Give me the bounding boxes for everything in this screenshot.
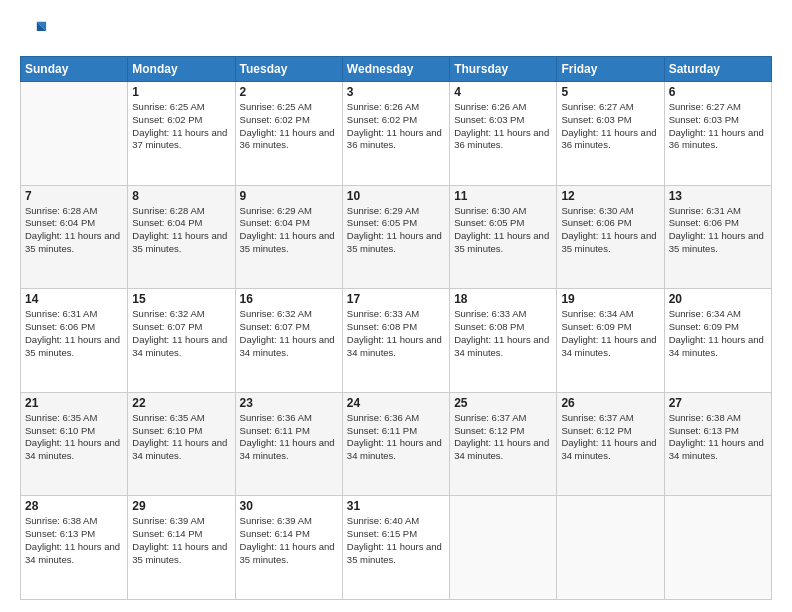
day-number: 4 [454,85,552,99]
calendar-table: SundayMondayTuesdayWednesdayThursdayFrid… [20,56,772,600]
day-info: Sunrise: 6:36 AM Sunset: 6:11 PM Dayligh… [347,412,445,463]
calendar-cell: 6Sunrise: 6:27 AM Sunset: 6:03 PM Daylig… [664,82,771,186]
week-row-3: 14Sunrise: 6:31 AM Sunset: 6:06 PM Dayli… [21,289,772,393]
day-info: Sunrise: 6:29 AM Sunset: 6:05 PM Dayligh… [347,205,445,256]
calendar-cell: 13Sunrise: 6:31 AM Sunset: 6:06 PM Dayli… [664,185,771,289]
calendar-cell: 31Sunrise: 6:40 AM Sunset: 6:15 PM Dayli… [342,496,449,600]
day-number: 14 [25,292,123,306]
day-number: 21 [25,396,123,410]
day-info: Sunrise: 6:40 AM Sunset: 6:15 PM Dayligh… [347,515,445,566]
day-number: 3 [347,85,445,99]
day-info: Sunrise: 6:28 AM Sunset: 6:04 PM Dayligh… [25,205,123,256]
day-info: Sunrise: 6:38 AM Sunset: 6:13 PM Dayligh… [669,412,767,463]
calendar-cell: 29Sunrise: 6:39 AM Sunset: 6:14 PM Dayli… [128,496,235,600]
day-number: 28 [25,499,123,513]
day-number: 31 [347,499,445,513]
calendar-cell: 7Sunrise: 6:28 AM Sunset: 6:04 PM Daylig… [21,185,128,289]
day-number: 26 [561,396,659,410]
day-number: 17 [347,292,445,306]
day-info: Sunrise: 6:30 AM Sunset: 6:05 PM Dayligh… [454,205,552,256]
day-number: 2 [240,85,338,99]
week-row-2: 7Sunrise: 6:28 AM Sunset: 6:04 PM Daylig… [21,185,772,289]
calendar-cell: 21Sunrise: 6:35 AM Sunset: 6:10 PM Dayli… [21,392,128,496]
day-number: 9 [240,189,338,203]
day-info: Sunrise: 6:33 AM Sunset: 6:08 PM Dayligh… [347,308,445,359]
day-info: Sunrise: 6:36 AM Sunset: 6:11 PM Dayligh… [240,412,338,463]
calendar-cell: 18Sunrise: 6:33 AM Sunset: 6:08 PM Dayli… [450,289,557,393]
day-info: Sunrise: 6:35 AM Sunset: 6:10 PM Dayligh… [25,412,123,463]
day-info: Sunrise: 6:39 AM Sunset: 6:14 PM Dayligh… [240,515,338,566]
weekday-header-friday: Friday [557,57,664,82]
header [20,18,772,46]
calendar-cell: 27Sunrise: 6:38 AM Sunset: 6:13 PM Dayli… [664,392,771,496]
day-number: 23 [240,396,338,410]
day-info: Sunrise: 6:31 AM Sunset: 6:06 PM Dayligh… [25,308,123,359]
calendar-cell: 23Sunrise: 6:36 AM Sunset: 6:11 PM Dayli… [235,392,342,496]
calendar-cell: 30Sunrise: 6:39 AM Sunset: 6:14 PM Dayli… [235,496,342,600]
day-info: Sunrise: 6:34 AM Sunset: 6:09 PM Dayligh… [669,308,767,359]
weekday-header-tuesday: Tuesday [235,57,342,82]
calendar-cell: 8Sunrise: 6:28 AM Sunset: 6:04 PM Daylig… [128,185,235,289]
day-number: 20 [669,292,767,306]
day-number: 22 [132,396,230,410]
day-number: 1 [132,85,230,99]
day-info: Sunrise: 6:32 AM Sunset: 6:07 PM Dayligh… [132,308,230,359]
calendar-cell: 20Sunrise: 6:34 AM Sunset: 6:09 PM Dayli… [664,289,771,393]
day-number: 19 [561,292,659,306]
day-number: 5 [561,85,659,99]
calendar-cell: 14Sunrise: 6:31 AM Sunset: 6:06 PM Dayli… [21,289,128,393]
day-number: 12 [561,189,659,203]
day-info: Sunrise: 6:27 AM Sunset: 6:03 PM Dayligh… [561,101,659,152]
day-number: 10 [347,189,445,203]
day-info: Sunrise: 6:26 AM Sunset: 6:03 PM Dayligh… [454,101,552,152]
day-info: Sunrise: 6:30 AM Sunset: 6:06 PM Dayligh… [561,205,659,256]
calendar-cell: 11Sunrise: 6:30 AM Sunset: 6:05 PM Dayli… [450,185,557,289]
day-number: 18 [454,292,552,306]
weekday-header-row: SundayMondayTuesdayWednesdayThursdayFrid… [21,57,772,82]
calendar-cell: 24Sunrise: 6:36 AM Sunset: 6:11 PM Dayli… [342,392,449,496]
day-info: Sunrise: 6:26 AM Sunset: 6:02 PM Dayligh… [347,101,445,152]
day-info: Sunrise: 6:38 AM Sunset: 6:13 PM Dayligh… [25,515,123,566]
weekday-header-monday: Monday [128,57,235,82]
day-info: Sunrise: 6:29 AM Sunset: 6:04 PM Dayligh… [240,205,338,256]
weekday-header-sunday: Sunday [21,57,128,82]
calendar-cell [21,82,128,186]
day-info: Sunrise: 6:31 AM Sunset: 6:06 PM Dayligh… [669,205,767,256]
calendar-cell: 19Sunrise: 6:34 AM Sunset: 6:09 PM Dayli… [557,289,664,393]
page: SundayMondayTuesdayWednesdayThursdayFrid… [0,0,792,612]
logo [20,18,52,46]
calendar-cell: 10Sunrise: 6:29 AM Sunset: 6:05 PM Dayli… [342,185,449,289]
calendar-cell: 17Sunrise: 6:33 AM Sunset: 6:08 PM Dayli… [342,289,449,393]
calendar-cell: 12Sunrise: 6:30 AM Sunset: 6:06 PM Dayli… [557,185,664,289]
calendar-cell: 16Sunrise: 6:32 AM Sunset: 6:07 PM Dayli… [235,289,342,393]
day-number: 15 [132,292,230,306]
day-info: Sunrise: 6:37 AM Sunset: 6:12 PM Dayligh… [561,412,659,463]
week-row-4: 21Sunrise: 6:35 AM Sunset: 6:10 PM Dayli… [21,392,772,496]
calendar-cell: 5Sunrise: 6:27 AM Sunset: 6:03 PM Daylig… [557,82,664,186]
calendar-cell [450,496,557,600]
day-info: Sunrise: 6:25 AM Sunset: 6:02 PM Dayligh… [132,101,230,152]
day-info: Sunrise: 6:28 AM Sunset: 6:04 PM Dayligh… [132,205,230,256]
day-number: 24 [347,396,445,410]
calendar-cell: 9Sunrise: 6:29 AM Sunset: 6:04 PM Daylig… [235,185,342,289]
calendar-cell: 28Sunrise: 6:38 AM Sunset: 6:13 PM Dayli… [21,496,128,600]
weekday-header-saturday: Saturday [664,57,771,82]
calendar-cell: 22Sunrise: 6:35 AM Sunset: 6:10 PM Dayli… [128,392,235,496]
day-number: 8 [132,189,230,203]
calendar-cell: 2Sunrise: 6:25 AM Sunset: 6:02 PM Daylig… [235,82,342,186]
day-info: Sunrise: 6:35 AM Sunset: 6:10 PM Dayligh… [132,412,230,463]
day-info: Sunrise: 6:25 AM Sunset: 6:02 PM Dayligh… [240,101,338,152]
calendar-cell [664,496,771,600]
week-row-1: 1Sunrise: 6:25 AM Sunset: 6:02 PM Daylig… [21,82,772,186]
day-info: Sunrise: 6:39 AM Sunset: 6:14 PM Dayligh… [132,515,230,566]
day-info: Sunrise: 6:27 AM Sunset: 6:03 PM Dayligh… [669,101,767,152]
calendar-cell: 25Sunrise: 6:37 AM Sunset: 6:12 PM Dayli… [450,392,557,496]
calendar-cell: 1Sunrise: 6:25 AM Sunset: 6:02 PM Daylig… [128,82,235,186]
calendar-cell: 26Sunrise: 6:37 AM Sunset: 6:12 PM Dayli… [557,392,664,496]
day-number: 29 [132,499,230,513]
calendar-cell: 15Sunrise: 6:32 AM Sunset: 6:07 PM Dayli… [128,289,235,393]
calendar-cell: 3Sunrise: 6:26 AM Sunset: 6:02 PM Daylig… [342,82,449,186]
day-number: 7 [25,189,123,203]
logo-icon [20,18,48,46]
week-row-5: 28Sunrise: 6:38 AM Sunset: 6:13 PM Dayli… [21,496,772,600]
